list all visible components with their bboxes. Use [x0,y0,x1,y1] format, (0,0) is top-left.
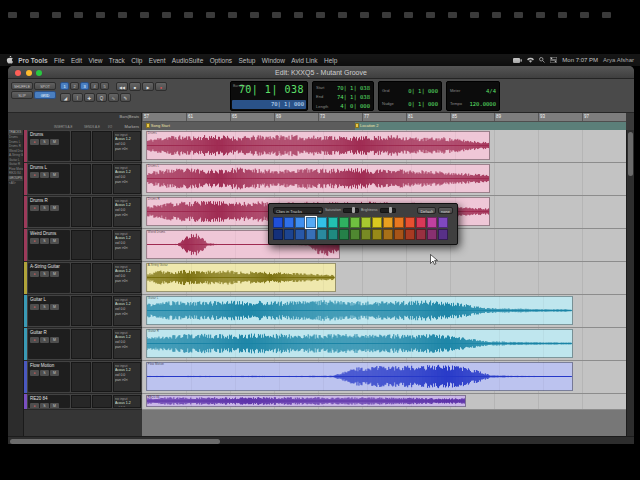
track-name[interactable]: Guitar L [28,296,70,303]
main-counter[interactable]: Bars|Beats 70| 1| 038 70| 1| 000 [230,81,308,111]
track-name[interactable]: RE20 84 [28,395,70,402]
sends-slot[interactable] [92,164,112,194]
edit-selection-display[interactable]: Start 70| 1| 038 End 74| 1| 038 Length 4… [312,81,374,111]
sends-slot[interactable] [92,329,112,359]
menu-item-setup[interactable]: Setup [235,57,258,64]
color-swatch[interactable] [372,229,382,240]
saturation-slider[interactable] [343,208,359,213]
edit-mode-spot[interactable]: SPOT [34,82,56,90]
sends-slot[interactable] [92,362,112,392]
audio-clip[interactable]: RE20 84 [146,395,466,407]
trim-tool[interactable]: ◢ [60,93,71,102]
sends-slot[interactable] [92,197,112,227]
solo-button[interactable]: S [40,271,49,277]
edit-mode-grid[interactable]: GRID [34,91,56,99]
track-name[interactable]: Drums R [28,197,70,204]
minimize-button[interactable] [26,70,32,76]
record-enable-button[interactable]: ● [30,370,39,376]
menu-item-options[interactable]: Options [206,57,235,64]
track-color-tab[interactable] [24,262,27,294]
selection-length-value[interactable]: 4| 0| 000 [340,103,370,109]
saturation-slider-knob[interactable] [352,207,355,213]
mute-button[interactable]: M [50,370,59,376]
vertical-scrollbar-thumb[interactable] [628,132,633,176]
counter-main-value[interactable]: 70| 1| 038 [239,84,304,95]
track-lane-flow-motion[interactable]: Flow Motion [142,361,626,394]
zoom-preset-5[interactable]: 5 [100,82,109,90]
brightness-slider-knob[interactable] [389,207,392,213]
color-swatch[interactable] [328,217,338,228]
sends-slot[interactable] [92,230,112,260]
mute-button[interactable]: M [50,238,59,244]
tracks-groups-sidebar[interactable]: TRACKSDrumsDrums LDrums RWeird DrumsA-St… [8,130,24,436]
mute-button[interactable]: M [50,172,59,178]
selection-start-value[interactable]: 70| 1| 038 [337,85,370,91]
scrubber-tool[interactable]: ∿ [108,93,119,102]
color-swatch[interactable] [350,217,360,228]
default-color-button[interactable]: Default [417,207,436,214]
sidebar-track-item[interactable]: RE20 84 [8,171,23,176]
color-swatch[interactable] [306,229,316,240]
zoom-preset-3[interactable]: 3 [80,82,89,90]
edit-mode-slip[interactable]: SLIP [11,91,33,99]
color-swatch[interactable] [372,217,382,228]
record-enable-button[interactable]: ● [30,304,39,310]
play-button[interactable]: ▶ [142,82,154,91]
window-title-bar[interactable]: Edit: KXXQ5 - Mutant Groove [8,66,634,79]
record-enable-button[interactable]: ● [30,337,39,343]
sends-slot[interactable] [92,296,112,326]
color-swatch[interactable] [427,229,437,240]
inserts-slot[interactable] [71,197,91,227]
solo-button[interactable]: S [40,370,49,376]
color-swatch[interactable] [394,217,404,228]
color-swatch[interactable] [361,229,371,240]
menu-item-pro-tools[interactable]: Pro Tools [15,57,51,64]
color-swatch[interactable] [383,229,393,240]
color-swatch[interactable] [339,229,349,240]
timeline-marker[interactable]: Location 2 [355,123,378,128]
zoom-preset-1[interactable]: 1 [60,82,69,90]
bars-beats-ruler[interactable]: 5761656973778185899397 [142,113,626,122]
track-lane-guitar-r[interactable]: Guitar R [142,328,626,361]
apply-to-dropdown[interactable]: Clips in Tracks [273,207,323,214]
audio-clip[interactable]: A-String Guitar [146,263,336,292]
color-swatch[interactable] [394,229,404,240]
stop-button[interactable]: ■ [129,82,141,91]
color-swatch[interactable] [317,229,327,240]
brightness-slider[interactable] [380,208,396,213]
color-swatch[interactable] [405,229,415,240]
audio-clip[interactable]: Drums [146,131,491,160]
pencil-tool[interactable]: ✎ [120,93,131,102]
menu-item-window[interactable]: Window [259,57,289,64]
solo-button[interactable]: S [40,337,49,343]
color-swatch[interactable] [361,217,371,228]
fullscreen-button[interactable] [36,70,42,76]
zoom-preset-4[interactable]: 4 [90,82,99,90]
record-enable-button[interactable]: ● [30,172,39,178]
track-lane-drums[interactable]: Drums [142,130,626,163]
color-swatch[interactable] [438,229,448,240]
color-swatch[interactable] [284,229,294,240]
search-icon[interactable] [539,57,545,63]
color-swatch[interactable] [317,217,327,228]
meter-value[interactable]: 4/4 [486,88,496,94]
menu-item-track[interactable]: Track [106,57,128,64]
track-name[interactable]: Drums [28,131,70,138]
menu-item-file[interactable]: File [51,57,68,64]
track-lane-re20-84[interactable]: RE20 84 [142,394,626,410]
audio-clip[interactable]: Guitar R [146,329,573,358]
mute-button[interactable]: M [50,337,59,343]
markers-ruler[interactable]: Song StartLocation 2 [142,122,626,130]
nudge-value[interactable]: 0| 1| 000 [408,101,438,107]
bars-ruler-label[interactable]: Bars|Beats [120,114,140,119]
track-lane-a-string-guitar[interactable]: A-String Guitar [142,262,626,295]
track-lane-drums-l[interactable]: Drums L [142,163,626,196]
track-lane-guitar-l[interactable]: Guitar L [142,295,626,328]
record-enable-button[interactable]: ● [30,403,39,408]
wifi-icon[interactable] [527,57,534,63]
color-swatch[interactable] [328,229,338,240]
color-swatch[interactable] [416,217,426,228]
track-color-tab[interactable] [24,328,27,360]
track-color-tab[interactable] [24,229,27,261]
sidebar-group-item[interactable]: <All> [8,181,23,186]
